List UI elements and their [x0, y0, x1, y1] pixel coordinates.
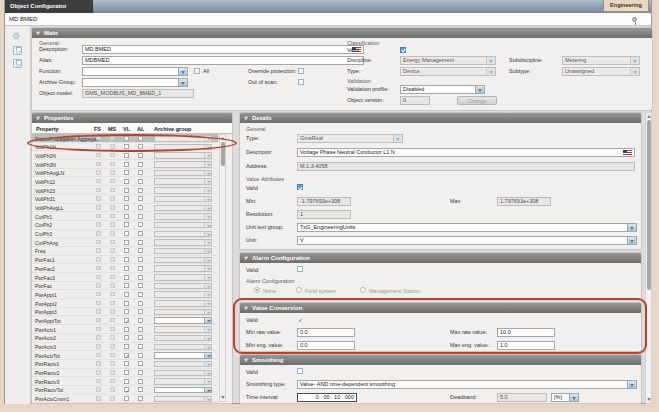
ms-checkbox[interactable] [110, 136, 115, 141]
chevron-down-icon[interactable] [204, 223, 211, 228]
vl-checkbox[interactable] [124, 396, 129, 401]
unit-dropdown[interactable]: V [297, 236, 637, 245]
chevron-down-icon[interactable] [204, 171, 211, 176]
chevron-down-icon[interactable] [204, 362, 211, 367]
al-checkbox[interactable] [138, 335, 143, 340]
vl-checkbox[interactable] [124, 214, 129, 219]
fs-checkbox[interactable] [96, 196, 101, 201]
archive-group-dropdown[interactable] [154, 361, 212, 368]
fs-checkbox[interactable] [96, 266, 101, 271]
archive-group-dropdown[interactable] [154, 152, 212, 159]
al-checkbox[interactable] [138, 196, 143, 201]
archive-group-dropdown[interactable] [154, 265, 212, 272]
archive-group-dropdown[interactable] [154, 274, 212, 281]
alias-field[interactable]: MDBMED [82, 56, 364, 65]
collapse-icon[interactable] [36, 28, 39, 38]
ms-checkbox[interactable] [110, 222, 115, 227]
description-field[interactable]: MD BMED [82, 45, 364, 54]
chevron-down-icon[interactable] [204, 397, 211, 402]
col-property[interactable]: Property [36, 126, 59, 132]
property-row[interactable]: CurPh3 [32, 230, 218, 239]
fs-checkbox[interactable] [96, 387, 101, 392]
fs-checkbox[interactable] [96, 292, 101, 297]
vl-checkbox[interactable] [124, 379, 129, 384]
property-row[interactable]: PwrActv2 [32, 334, 218, 343]
ms-checkbox[interactable] [110, 144, 115, 149]
ms-checkbox[interactable] [110, 179, 115, 184]
ms-checkbox[interactable] [110, 318, 115, 323]
vl-checkbox[interactable] [124, 257, 129, 262]
property-row[interactable]: CurPh2 [32, 221, 218, 230]
vl-checkbox[interactable] [124, 162, 129, 167]
ms-checkbox[interactable] [110, 379, 115, 384]
vl-checkbox[interactable] [124, 309, 129, 314]
collapse-icon[interactable] [36, 113, 39, 123]
vl-checkbox[interactable] [124, 136, 129, 141]
vl-checkbox[interactable] [124, 275, 129, 280]
chevron-down-icon[interactable] [204, 249, 211, 254]
scrollbar-thumb[interactable] [221, 142, 226, 166]
al-checkbox[interactable] [138, 231, 143, 236]
chevron-down-icon[interactable] [204, 162, 211, 167]
archive-group-dropdown[interactable] [154, 135, 212, 142]
chevron-down-icon[interactable] [178, 68, 187, 75]
chevron-down-icon[interactable] [204, 206, 211, 211]
archive-group-dropdown[interactable] [154, 170, 212, 177]
chevron-down-icon[interactable] [204, 336, 211, 341]
fs-checkbox[interactable] [96, 240, 101, 245]
alarm-none-radio[interactable] [254, 287, 260, 293]
fs-checkbox[interactable] [96, 318, 101, 323]
ms-checkbox[interactable] [110, 301, 115, 306]
validation-profile-dropdown[interactable]: Disabled [400, 85, 485, 94]
chevron-down-icon[interactable] [204, 153, 211, 158]
fs-checkbox[interactable] [96, 344, 101, 349]
property-row[interactable]: PwrRactv3 [32, 377, 218, 386]
fs-checkbox[interactable] [96, 309, 101, 314]
fs-checkbox[interactable] [96, 327, 101, 332]
archive-group-dropdown[interactable] [154, 196, 212, 203]
archive-group-dropdown[interactable] [154, 257, 212, 264]
archive-group-dropdown[interactable] [154, 222, 212, 229]
properties-header[interactable]: Properties [32, 113, 232, 123]
vl-checkbox[interactable] [124, 179, 129, 184]
property-row[interactable]: VoltPh2N [32, 151, 218, 160]
al-checkbox[interactable] [138, 379, 143, 384]
chevron-down-icon[interactable] [627, 224, 636, 231]
al-checkbox[interactable] [138, 396, 143, 401]
archive-group-dropdown[interactable] [154, 178, 212, 185]
vl-checkbox[interactable] [124, 353, 129, 358]
archive-group-dropdown[interactable] [154, 387, 212, 394]
col-ms[interactable]: MS [108, 126, 116, 132]
al-checkbox[interactable] [138, 188, 143, 193]
al-checkbox[interactable] [138, 301, 143, 306]
al-checkbox[interactable] [138, 144, 143, 149]
chevron-down-icon[interactable] [204, 179, 211, 184]
out-of-scan-checkbox[interactable] [298, 79, 304, 85]
al-checkbox[interactable] [138, 162, 143, 167]
fs-checkbox[interactable] [96, 257, 101, 262]
property-row[interactable]: StatusPropagation.Aggregat [32, 134, 218, 143]
col-vl[interactable]: VL [123, 126, 130, 132]
alarm-header[interactable]: Alarm Configuration [240, 253, 641, 263]
ms-checkbox[interactable] [110, 309, 115, 314]
vl-checkbox[interactable] [124, 248, 129, 253]
chevron-down-icon[interactable] [178, 79, 187, 86]
ms-checkbox[interactable] [110, 370, 115, 375]
al-checkbox[interactable] [138, 257, 143, 262]
al-checkbox[interactable] [138, 361, 143, 366]
archive-group-dropdown[interactable] [154, 291, 212, 298]
fs-checkbox[interactable] [96, 275, 101, 280]
chevron-down-icon[interactable] [204, 353, 211, 358]
property-row[interactable]: PwrActvTot [32, 351, 218, 360]
scroll-up-icon[interactable] [647, 115, 651, 118]
collapse-icon[interactable] [244, 113, 247, 123]
fs-checkbox[interactable] [96, 361, 101, 366]
chevron-down-icon[interactable] [204, 327, 211, 332]
vl-checkbox[interactable] [124, 188, 129, 193]
vl-checkbox[interactable] [124, 231, 129, 236]
vl-checkbox[interactable] [124, 170, 129, 175]
vl-checkbox[interactable] [124, 283, 129, 288]
fs-checkbox[interactable] [96, 396, 101, 401]
archive-group-dropdown[interactable] [154, 283, 212, 290]
details-type-dropdown[interactable]: GmsReal [297, 134, 403, 143]
